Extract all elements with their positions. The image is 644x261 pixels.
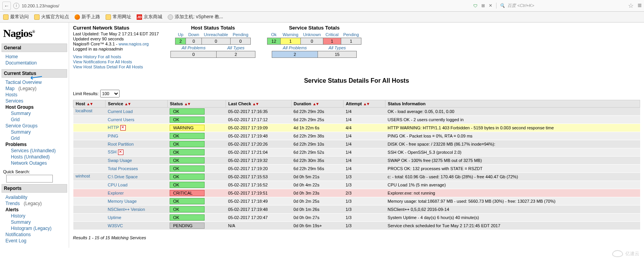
bookmark-star-icon[interactable]: ☆ — [628, 2, 634, 9]
service-link[interactable]: C:\ Drive Space — [106, 173, 167, 181]
nav-availability[interactable]: Availability — [5, 194, 67, 200]
duration: 0d 0h 4m 22s — [291, 181, 343, 189]
nav-sg-summary[interactable]: Summary — [5, 129, 67, 135]
nav-histogram[interactable]: Histogram (Legacy) — [5, 225, 67, 231]
service-link[interactable]: SSH — [106, 148, 167, 157]
link-notifications[interactable]: View Notifications For All Hosts — [73, 59, 132, 64]
service-link[interactable]: CPU Load — [106, 181, 167, 189]
service-link[interactable]: NSClient++ Version — [106, 205, 167, 214]
host-all-problems[interactable]: 0 — [171, 51, 217, 58]
service-link[interactable]: Explorer — [106, 189, 167, 197]
host-empty — [73, 132, 106, 140]
bm-vsphere[interactable]: 添加主机: vSphere 教... — [168, 14, 223, 20]
svc-all-problems[interactable]: 2 — [272, 51, 318, 58]
host-all-types[interactable]: 2 — [216, 51, 255, 58]
nav-map[interactable]: Map (Legacy) — [5, 85, 67, 92]
svc-all-types[interactable]: 15 — [318, 51, 356, 58]
status-cell: OK — [167, 140, 226, 148]
nav-host-groups[interactable]: Host Groups — [5, 104, 67, 110]
col-attempt[interactable]: Attempt ▲▼ — [343, 100, 385, 108]
table-row: Memory Usage OK 05-02-2017 17:18:49 0d 0… — [73, 197, 640, 205]
nav-history[interactable]: History — [5, 213, 67, 219]
service-link[interactable]: Root Partition — [106, 140, 167, 148]
limit-select[interactable]: 100 — [100, 90, 120, 97]
bm-most-visited[interactable]: 最常访问 — [3, 14, 29, 20]
host-empty — [73, 165, 106, 173]
table-row: localhost Current Load OK 05-02-2017 17:… — [73, 108, 640, 116]
nav-net-outages[interactable]: Network Outages — [5, 160, 67, 166]
bm-getting-started[interactable]: 新手上路 — [75, 14, 100, 20]
col-dur[interactable]: Duration ▲▼ — [291, 100, 343, 108]
nav-hg-summary[interactable]: Summary — [5, 110, 67, 117]
service-link[interactable]: Uptime — [106, 214, 167, 222]
host-link[interactable]: localhost — [73, 108, 106, 116]
quick-search-label: Quick Search: — [3, 169, 67, 174]
col-status[interactable]: Status ▲▼ — [167, 100, 226, 108]
nav-services[interactable]: Services — [5, 98, 67, 104]
status-info: Memory usage: total:18687.97 MB - used: … — [385, 197, 640, 205]
nagios-link[interactable]: www.nagios.org — [119, 42, 149, 46]
host-empty — [73, 181, 106, 189]
nav-summary[interactable]: Summary — [5, 219, 67, 225]
jd-icon: JD — [137, 14, 142, 20]
service-link[interactable]: Memory Usage — [106, 197, 167, 205]
nav-documentation[interactable]: Documentation — [5, 60, 67, 66]
nav-service-groups[interactable]: Service Groups — [5, 123, 67, 129]
back-button[interactable]: ← — [2, 2, 11, 10]
nav-svc-unhandled[interactable]: Services (Unhandled) — [5, 148, 67, 154]
service-link[interactable]: Current Users — [106, 116, 167, 124]
service-link[interactable]: W3SVC — [106, 222, 167, 230]
browser-search-box[interactable]: 🔍 百度 <Ctrl+K> — [496, 3, 620, 9]
hosts-unreach[interactable]: 0 — [201, 38, 230, 45]
nav-hosts-unhandled[interactable]: Hosts (Unhandled) — [5, 154, 67, 160]
service-link[interactable]: Total Processes — [106, 165, 167, 173]
svc-warn[interactable]: 1 — [280, 38, 301, 45]
status-info: SSH OK - OpenSSH_5.3 (protocol 2.0) — [385, 148, 640, 157]
host-link[interactable]: winhost — [73, 173, 106, 181]
qr-icon[interactable]: ⊞ — [481, 3, 485, 8]
col-service[interactable]: Service ▲▼ — [106, 100, 167, 108]
link-history[interactable]: View History For all hosts — [73, 54, 121, 59]
menu-icon[interactable]: ≡ — [637, 2, 642, 10]
service-link[interactable]: HTTP — [106, 124, 167, 132]
shield-icon[interactable]: 🛡 — [473, 3, 477, 8]
hosts-pending[interactable]: 0 — [230, 38, 250, 45]
svc-crit[interactable]: 1 — [323, 38, 341, 45]
link-host-detail[interactable]: View Host Status Detail For All Hosts — [73, 64, 143, 69]
bm-jd[interactable]: JD京东商城 — [137, 14, 162, 20]
last-updated: Last Updated: Tue May 2 17:21:14 EDT 201… — [73, 31, 159, 36]
results-footer: Results 1 - 15 of 15 Matching Services — [73, 235, 640, 240]
attempt: 1/3 — [343, 205, 385, 214]
col-info[interactable]: Status Information — [385, 100, 640, 108]
nav-problems[interactable]: Problems — [5, 141, 67, 148]
attempt: 1/3 — [343, 214, 385, 222]
quick-search-input[interactable] — [6, 175, 53, 183]
nav-trends[interactable]: Trends (Legacy) — [5, 200, 67, 207]
bm-firefox[interactable]: 火狐官方站点 — [34, 14, 69, 20]
url-box[interactable]: i 10.200.1.23/nagios/ — [13, 3, 440, 9]
service-link[interactable]: PING — [106, 132, 167, 140]
service-link[interactable]: Current Load — [106, 108, 167, 116]
site-info-icon[interactable]: i — [13, 3, 19, 9]
bm-common[interactable]: 常用网址 — [106, 14, 131, 20]
nav-hosts[interactable]: Hosts — [5, 92, 67, 98]
hosts-down[interactable]: 0 — [186, 38, 201, 45]
svc-pending[interactable]: 1 — [341, 38, 361, 45]
nav-home[interactable]: Home — [5, 54, 67, 60]
hosts-up[interactable]: 2 — [175, 38, 186, 45]
col-last[interactable]: Last Check ▲▼ — [226, 100, 292, 108]
last-check: 05-02-2017 17:19:20 — [226, 165, 292, 173]
service-link[interactable]: Swap Usage — [106, 157, 167, 165]
clear-icon[interactable]: ✕ — [489, 3, 492, 8]
nav-event-log[interactable]: Event Log — [5, 238, 67, 244]
status-cell: OK — [167, 132, 226, 140]
nav-sg-grid[interactable]: Grid — [5, 135, 67, 141]
col-host[interactable]: Host ▲▼ — [73, 100, 106, 108]
duration: 0d 0h 0m 27s — [291, 214, 343, 222]
nav-notifications[interactable]: Notifications — [5, 231, 67, 238]
nav-alerts[interactable]: Alerts — [5, 207, 67, 213]
nav-tactical[interactable]: Tactical Overview — [5, 79, 67, 85]
nav-hg-grid[interactable]: Grid — [5, 117, 67, 123]
svc-ok[interactable]: 12 — [267, 38, 280, 45]
svc-unknown[interactable]: 0 — [301, 38, 323, 45]
